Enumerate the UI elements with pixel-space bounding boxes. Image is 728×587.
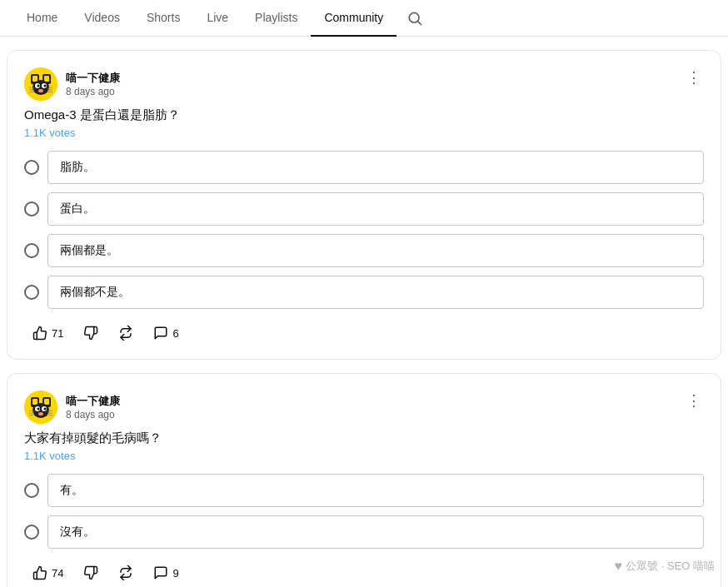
poll-option-1-0[interactable]: 脂肪。	[24, 151, 704, 184]
nav-videos[interactable]: Videos	[71, 0, 133, 37]
post-channel-1[interactable]: 喵一下健康	[66, 71, 120, 86]
dislike-icon-2	[83, 565, 98, 580]
like-icon-2	[32, 565, 47, 580]
post-time-1: 8 days ago	[66, 86, 120, 97]
poll-option-1-2[interactable]: 兩個都是。	[24, 234, 704, 267]
post-question-2: 大家有掉頭髮的毛病嗎？	[24, 430, 704, 446]
post-more-menu-2[interactable]: ⋮	[681, 387, 707, 414]
avatar-1	[24, 67, 57, 101]
post-time-2: 8 days ago	[66, 409, 120, 420]
post-card-2: 喵一下健康 8 days ago ⋮ 大家有掉頭髮的毛病嗎？ 1.1K vote…	[7, 373, 721, 587]
comment-button-1[interactable]: 6	[145, 321, 187, 346]
post-votes-1: 1.1K votes	[24, 127, 704, 139]
svg-line-1	[418, 21, 421, 24]
comment-count-2: 9	[172, 567, 178, 580]
post-votes-2: 1.1K votes	[24, 450, 704, 462]
option-box-1-2[interactable]: 兩個都是。	[47, 234, 704, 267]
like-button-2[interactable]: 74	[24, 560, 72, 585]
option-box-2-0[interactable]: 有。	[47, 474, 704, 507]
svg-point-11	[44, 85, 47, 87]
channel-nav: Home Videos Shorts Live Playlists Commun…	[0, 0, 728, 37]
svg-point-10	[37, 85, 40, 87]
avatar-2	[24, 391, 57, 424]
nav-shorts[interactable]: Shorts	[133, 0, 193, 37]
post-more-menu-1[interactable]: ⋮	[681, 64, 707, 91]
poll-option-1-3[interactable]: 兩個都不是。	[24, 276, 704, 309]
community-feed: 喵一下健康 8 days ago ⋮ Omega-3 是蛋白還是脂肪？ 1.1K…	[0, 37, 728, 587]
share-icon-2	[118, 565, 133, 580]
svg-rect-6	[44, 76, 49, 82]
comment-icon-2	[153, 565, 168, 580]
comment-button-2[interactable]: 9	[145, 560, 187, 585]
post-question-1: Omega-3 是蛋白還是脂肪？	[24, 107, 704, 123]
watermark-text: 公眾號 · SEO 喵喵	[626, 559, 715, 574]
like-count-1: 71	[52, 327, 63, 340]
option-box-1-3[interactable]: 兩個都不是。	[47, 276, 704, 309]
svg-point-12	[38, 89, 43, 92]
post-meta-2: 喵一下健康 8 days ago	[66, 394, 120, 420]
radio-1-3[interactable]	[24, 285, 39, 300]
post-actions-2: 74	[24, 560, 704, 585]
dislike-button-2[interactable]	[75, 560, 107, 585]
nav-community[interactable]: Community	[311, 0, 396, 37]
post-actions-1: 71	[24, 321, 704, 346]
wechat-icon: ♥	[615, 559, 623, 574]
post-card-1: 喵一下健康 8 days ago ⋮ Omega-3 是蛋白還是脂肪？ 1.1K…	[7, 50, 721, 360]
svg-point-27	[37, 408, 40, 410]
dislike-button-1[interactable]	[75, 321, 107, 346]
svg-point-0	[410, 12, 420, 22]
svg-point-24	[32, 403, 49, 418]
radio-2-0[interactable]	[24, 483, 39, 498]
search-icon[interactable]	[406, 10, 423, 27]
share-icon-1	[118, 326, 133, 341]
poll-option-1-1[interactable]: 蛋白。	[24, 192, 704, 226]
like-button-1[interactable]: 71	[24, 321, 72, 346]
svg-point-28	[44, 408, 47, 410]
post-header-1: 喵一下健康 8 days ago	[24, 67, 704, 101]
option-box-1-1[interactable]: 蛋白。	[47, 192, 704, 226]
nav-live[interactable]: Live	[193, 0, 242, 37]
share-button-1[interactable]	[110, 321, 142, 346]
post-channel-2[interactable]: 喵一下健康	[66, 394, 120, 409]
radio-2-1[interactable]	[24, 525, 39, 540]
svg-point-29	[38, 412, 43, 415]
share-button-2[interactable]	[110, 560, 142, 585]
nav-playlists[interactable]: Playlists	[242, 0, 311, 37]
nav-home[interactable]: Home	[13, 0, 71, 37]
svg-point-7	[32, 80, 49, 95]
svg-rect-22	[32, 399, 37, 405]
dislike-icon-1	[83, 326, 98, 341]
comment-count-1: 6	[172, 327, 178, 340]
poll-option-2-0[interactable]: 有。	[24, 474, 704, 507]
option-box-1-0[interactable]: 脂肪。	[47, 151, 704, 184]
post-meta-1: 喵一下健康 8 days ago	[66, 71, 120, 97]
poll-option-2-1[interactable]: 沒有。	[24, 515, 704, 549]
comment-icon-1	[153, 326, 168, 341]
radio-1-1[interactable]	[24, 201, 39, 216]
option-box-2-1[interactable]: 沒有。	[47, 515, 704, 549]
svg-rect-5	[32, 76, 37, 82]
svg-rect-23	[44, 399, 49, 405]
like-count-2: 74	[52, 567, 63, 580]
radio-1-2[interactable]	[24, 243, 39, 258]
radio-1-0[interactable]	[24, 160, 39, 175]
post-header-2: 喵一下健康 8 days ago	[24, 391, 704, 424]
like-icon-1	[32, 326, 47, 341]
watermark: ♥ 公眾號 · SEO 喵喵	[615, 559, 715, 574]
